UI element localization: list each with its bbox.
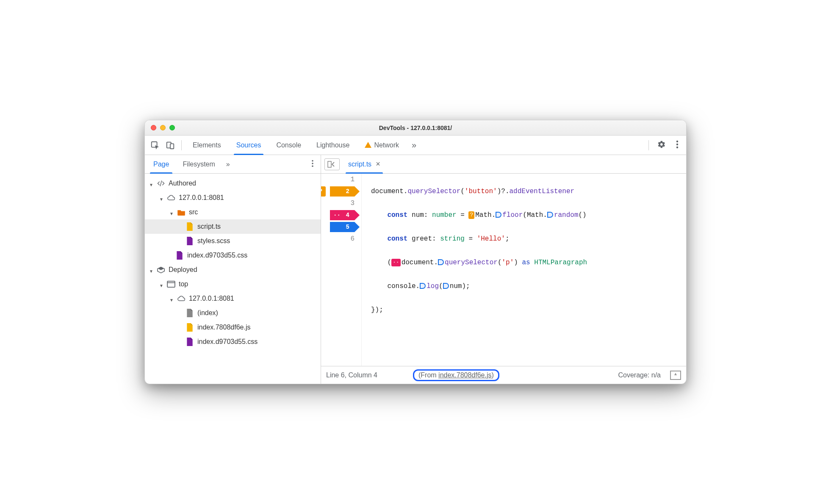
- more-options-button[interactable]: [672, 140, 683, 150]
- navigator-options-button[interactable]: [311, 160, 319, 169]
- line-gutter[interactable]: 1 ? 2 3 ·· 4: [321, 174, 362, 366]
- line-number: 6: [350, 235, 355, 243]
- maximize-window-button[interactable]: [169, 125, 175, 130]
- svg-rect-2: [170, 144, 174, 149]
- tree-file-styles-scss[interactable]: styles.scss: [145, 234, 321, 248]
- inline-breakpoint-marker[interactable]: [443, 283, 449, 289]
- inline-logpoint-marker[interactable]: ··: [391, 259, 401, 266]
- tree-label: (index): [197, 309, 218, 317]
- frame-icon: [167, 280, 175, 288]
- breakpoint-conditional[interactable]: ? 2: [330, 186, 355, 197]
- tree-host-deployed[interactable]: 127.0.0.1:8081: [145, 291, 321, 306]
- svg-point-8: [312, 165, 313, 167]
- breakpoint-badge: ?: [321, 186, 326, 197]
- tab-lighthouse[interactable]: Lighthouse: [310, 136, 356, 155]
- tree-file-index-css-deployed[interactable]: index.d9703d55.css: [145, 335, 321, 349]
- tree-label: src: [189, 208, 198, 216]
- tree-label: index.d9703d55.css: [187, 252, 247, 259]
- cursor-position: Line 6, Column 4: [326, 371, 377, 379]
- device-toggle-icon[interactable]: [163, 138, 177, 152]
- line-number: 3: [350, 199, 355, 207]
- tree-label: Authored: [169, 180, 196, 187]
- inline-breakpoint-marker[interactable]: [420, 283, 426, 289]
- tab-network-label: Network: [374, 141, 399, 149]
- tree-file-script-ts[interactable]: script.ts: [145, 219, 321, 234]
- navigator-toggle-button[interactable]: [324, 158, 340, 170]
- source-map-link[interactable]: index.7808df6e.js: [438, 371, 491, 379]
- svg-point-7: [312, 163, 313, 164]
- cloud-icon: [177, 294, 186, 303]
- inline-breakpoint-marker[interactable]: [496, 212, 501, 218]
- svg-point-5: [676, 146, 678, 148]
- tab-sources[interactable]: Sources: [230, 136, 268, 155]
- minimize-window-button[interactable]: [160, 125, 166, 130]
- tree-label: styles.scss: [197, 237, 230, 245]
- navigator-tab-page[interactable]: Page: [147, 155, 176, 173]
- inspect-element-icon[interactable]: [148, 138, 162, 152]
- svg-rect-11: [328, 161, 331, 167]
- tree-file-index-js[interactable]: index.7808df6e.js: [145, 320, 321, 335]
- breakpoint[interactable]: 5: [330, 222, 355, 232]
- navigator-panel: Page Filesystem » Authored: [145, 155, 321, 384]
- line-number: 5: [346, 221, 349, 233]
- more-tabs-button[interactable]: »: [407, 140, 421, 150]
- devtools-window: DevTools - 127.0.0.1:8081/ Elements Sour…: [144, 120, 687, 384]
- cloud-icon: [167, 194, 175, 202]
- close-tab-button[interactable]: ×: [376, 160, 380, 169]
- tree-group-authored[interactable]: Authored: [145, 176, 321, 191]
- tree-label: index.d9703d55.css: [197, 338, 258, 346]
- inline-breakpoint-marker[interactable]: ?: [468, 211, 474, 219]
- file-icon: [186, 309, 194, 317]
- tree-label: top: [179, 280, 188, 288]
- traffic-lights: [151, 125, 175, 130]
- line-number: 4: [346, 209, 349, 221]
- folder-icon: [177, 208, 186, 216]
- kebab-icon: [676, 140, 679, 149]
- line-number: 1: [350, 176, 355, 183]
- file-icon: [175, 251, 184, 260]
- show-drawer-button[interactable]: [670, 371, 681, 380]
- svg-point-4: [676, 143, 678, 145]
- file-icon: [186, 237, 194, 245]
- file-tab-script-ts[interactable]: script.ts ×: [343, 155, 385, 173]
- inline-breakpoint-marker[interactable]: [547, 212, 553, 218]
- file-tabs-bar: script.ts ×: [321, 155, 686, 174]
- inline-breakpoint-marker[interactable]: [438, 259, 444, 265]
- warning-icon: [365, 142, 371, 148]
- editor-panel: script.ts × 1 ? 2 3 ··: [321, 155, 686, 384]
- svg-point-6: [312, 160, 313, 161]
- code-content[interactable]: document.querySelector('button')?.addEve…: [362, 174, 686, 366]
- line-number: 2: [346, 186, 349, 197]
- tree-file-index-css-authored[interactable]: index.d9703d55.css: [145, 248, 321, 263]
- tree-label: script.ts: [197, 223, 221, 230]
- deployed-icon: [157, 266, 165, 274]
- tree-host-authored[interactable]: 127.0.0.1:8081: [145, 191, 321, 205]
- source-map-from: (From index.7808df6e.js): [413, 369, 499, 381]
- tab-console[interactable]: Console: [269, 136, 308, 155]
- toolbar-divider-right: [648, 140, 649, 150]
- coverage-status: Coverage: n/a: [618, 371, 661, 379]
- navigator-more-tabs[interactable]: »: [222, 161, 234, 168]
- code-icon: [157, 179, 165, 188]
- navigator-tab-filesystem[interactable]: Filesystem: [176, 155, 222, 173]
- file-icon: [186, 222, 194, 231]
- file-icon: [186, 323, 194, 332]
- breakpoint-logpoint[interactable]: ·· 4: [330, 210, 355, 220]
- tree-label: index.7808df6e.js: [197, 324, 250, 331]
- tree-group-deployed[interactable]: Deployed: [145, 263, 321, 277]
- svg-rect-9: [167, 281, 175, 287]
- code-editor[interactable]: 1 ? 2 3 ·· 4: [321, 174, 686, 366]
- window-title: DevTools - 127.0.0.1:8081/: [145, 125, 686, 131]
- tab-network[interactable]: Network: [358, 136, 406, 155]
- settings-button[interactable]: [653, 140, 670, 150]
- tree-frame-top[interactable]: top: [145, 277, 321, 291]
- close-window-button[interactable]: [151, 125, 156, 130]
- tree-folder-src[interactable]: src: [145, 205, 321, 219]
- navigator-tabs: Page Filesystem »: [145, 155, 321, 174]
- tab-elements[interactable]: Elements: [186, 136, 228, 155]
- tree-label: Deployed: [169, 266, 197, 274]
- editor-statusbar: Line 6, Column 4 (From index.7808df6e.js…: [321, 366, 686, 384]
- gear-icon: [657, 140, 666, 149]
- toolbar-divider: [181, 140, 182, 150]
- tree-file-index[interactable]: (index): [145, 306, 321, 320]
